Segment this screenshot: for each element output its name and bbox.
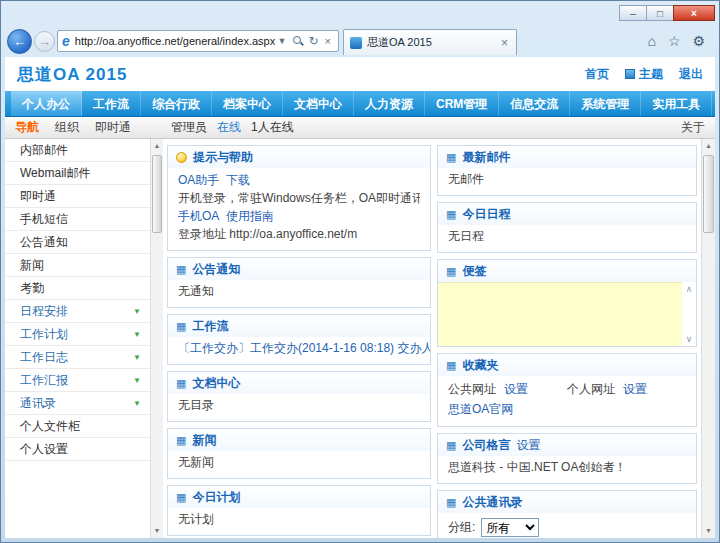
theme-link[interactable]: 主题 [639, 66, 663, 83]
user-guide-link[interactable]: 使用指南 [226, 209, 274, 223]
sidebar-item-im[interactable]: 即时通 [5, 185, 150, 208]
nav-tab-archives[interactable]: 档案中心 [212, 91, 283, 116]
nav-tab-personal-office[interactable]: 个人办公 [11, 91, 82, 116]
panel-icon: ▦ [176, 378, 186, 389]
panel-today-schedule-header[interactable]: ▦ 今日日程 [438, 203, 696, 225]
panel-news-content: 无新闻 [168, 451, 430, 478]
nav-tab-system[interactable]: 系统管理 [570, 91, 641, 116]
favorites-star-icon[interactable]: ☆ [662, 33, 687, 49]
panel-today-plan-header[interactable]: ▦ 今日计划 [168, 486, 430, 508]
expand-arrow-icon[interactable]: ▼ [133, 392, 141, 415]
panel-latest-mail-header[interactable]: ▦ 最新邮件 [438, 146, 696, 168]
maximize-button[interactable]: □ [646, 5, 673, 21]
scroll-down-icon[interactable]: ▼ [702, 524, 715, 538]
subnav-organization[interactable]: 组织 [55, 119, 79, 136]
panel-documents-header[interactable]: ▦ 文档中心 [168, 372, 430, 394]
about-link[interactable]: 关于 [681, 119, 705, 136]
close-button[interactable]: × [673, 5, 715, 21]
logout-link[interactable]: 退出 [679, 66, 703, 83]
forward-button[interactable]: → [34, 31, 55, 52]
sidebar-item-work-report[interactable]: 工作汇报▼ [5, 369, 150, 392]
titlebar[interactable]: – □ × [1, 1, 719, 27]
nav-tab-workflow[interactable]: 工作流 [82, 91, 141, 116]
sidebar-scrollbar[interactable]: ▲ ▼ [150, 139, 163, 538]
nav-tab-documents[interactable]: 文档中心 [283, 91, 354, 116]
sidebar-scroll-thumb[interactable] [152, 155, 162, 233]
sidebar-item-schedule[interactable]: 日程安排▼ [5, 300, 150, 323]
personal-url-settings-link[interactable]: 设置 [623, 379, 647, 399]
page-scroll-thumb[interactable] [703, 155, 714, 233]
browser-tab[interactable]: 思道OA 2015 × [343, 29, 517, 55]
scroll-up-icon[interactable]: ∧ [682, 284, 696, 294]
subnav-im[interactable]: 即时通 [95, 119, 131, 136]
panel-workflow-header[interactable]: ▦ 工作流 [168, 315, 430, 337]
page-scrollbar[interactable]: ▲ ▼ [701, 139, 715, 538]
panel-title: 新闻 [192, 432, 216, 449]
stop-icon[interactable]: × [322, 35, 334, 47]
login-address-url[interactable]: http://oa.anyoffice.net/m [229, 227, 357, 241]
sidebar-item-work-diary[interactable]: 工作日志▼ [5, 346, 150, 369]
home-icon[interactable]: ⌂ [641, 33, 661, 49]
sidebar-item-notice[interactable]: 公告通知 [5, 231, 150, 254]
expand-arrow-icon[interactable]: ▼ [133, 300, 141, 323]
minimize-button[interactable]: – [619, 5, 646, 21]
back-button[interactable]: ← [7, 29, 32, 54]
oa-assistant-link[interactable]: OA助手 [178, 173, 219, 187]
panel-motto-header[interactable]: ▦ 公司格言 设置 [438, 434, 696, 456]
sidebar-item-internal-mail[interactable]: 内部邮件 [5, 139, 150, 162]
panel-favorites-header[interactable]: ▦ 收藏夹 [438, 354, 696, 376]
sidebar-item-sms[interactable]: 手机短信 [5, 208, 150, 231]
expand-arrow-icon[interactable]: ▼ [133, 369, 141, 392]
theme-link-wrap[interactable]: 主题 [625, 66, 663, 83]
nav-tab-crm[interactable]: CRM管理 [425, 91, 499, 116]
download-link[interactable]: 下载 [226, 173, 250, 187]
public-url-settings-link[interactable]: 设置 [504, 379, 528, 399]
nav-tab-hr[interactable]: 人力资源 [354, 91, 425, 116]
sidebar-item-file-cabinet[interactable]: 个人文件柜 [5, 415, 150, 438]
nav-tab-admin[interactable]: 综合行政 [141, 91, 212, 116]
search-icon[interactable] [290, 36, 306, 46]
nav-tab-tools[interactable]: 实用工具 [641, 91, 712, 116]
sidebar-item-label: 个人文件柜 [20, 419, 80, 433]
expand-arrow-icon[interactable]: ▼ [133, 346, 141, 369]
official-site-link[interactable]: 思道OA官网 [448, 399, 513, 419]
tab-close-icon[interactable]: × [499, 36, 510, 50]
sidebar-item-news[interactable]: 新闻 [5, 254, 150, 277]
motto-settings-link[interactable]: 设置 [516, 437, 540, 454]
subnav-navigation[interactable]: 导航 [15, 119, 39, 136]
scroll-up-icon[interactable]: ▲ [151, 139, 163, 153]
group-select[interactable]: 所有 [481, 518, 539, 537]
nav-tab-communication[interactable]: 信息交流 [499, 91, 570, 116]
expand-arrow-icon[interactable]: ▼ [133, 323, 141, 346]
ie-icon: e [62, 33, 70, 49]
address-dropdown-icon[interactable]: ▼ [275, 36, 290, 46]
refresh-icon[interactable]: ↻ [306, 34, 322, 48]
sidebar-item-personal-settings[interactable]: 个人设置 [5, 438, 150, 461]
settings-gear-icon[interactable]: ⚙ [686, 33, 711, 49]
panel-tips-body: OA助手 下载 开机登录，常驻Windows任务栏，OA即时通讯必备。 手机OA… [168, 168, 430, 250]
sidebar-item-label: 工作计划 [20, 327, 68, 341]
scroll-up-icon[interactable]: ▲ [702, 139, 715, 153]
scroll-down-icon[interactable]: ∨ [682, 334, 696, 344]
panel-tips-header[interactable]: 提示与帮助 [168, 146, 430, 168]
user-online-status[interactable]: 在线 [217, 119, 241, 136]
mobile-oa-link[interactable]: 手机OA [178, 209, 219, 223]
address-bar[interactable]: e http://oa.anyoffice.net/general/index.… [57, 30, 339, 52]
workflow-item-link[interactable]: 〔工作交办〕工作交办(2014-1-16 08:18) 交办人交待工作 [178, 341, 430, 355]
scroll-down-icon[interactable]: ▼ [151, 524, 163, 538]
sidebar-item-attendance[interactable]: 考勤 [5, 277, 150, 300]
notes-scrollbar[interactable]: ∧ ∨ [682, 282, 696, 346]
sidebar-item-work-plan[interactable]: 工作计划▼ [5, 323, 150, 346]
home-link[interactable]: 首页 [585, 66, 609, 83]
sidebar-item-label: 新闻 [20, 258, 44, 272]
panel-notice-header[interactable]: ▦ 公告通知 [168, 258, 430, 280]
panel-public-contacts-header[interactable]: ▦ 公共通讯录 [438, 491, 696, 513]
panel-news-header[interactable]: ▦ 新闻 [168, 429, 430, 451]
url-text[interactable]: http://oa.anyoffice.net/general/index.as… [75, 35, 275, 47]
notes-textarea[interactable] [438, 282, 682, 346]
sidebar-item-webmail[interactable]: Webmail邮件 [5, 162, 150, 185]
panel-sticky-notes-header[interactable]: ▦ 便签 [438, 260, 696, 282]
panel-favorites: ▦ 收藏夹 公共网址设置 个人网址设置 思道OA官网 [437, 353, 697, 427]
sidebar-item-contacts[interactable]: 通讯录▼ [5, 392, 150, 415]
panel-title: 今日计划 [192, 489, 240, 506]
